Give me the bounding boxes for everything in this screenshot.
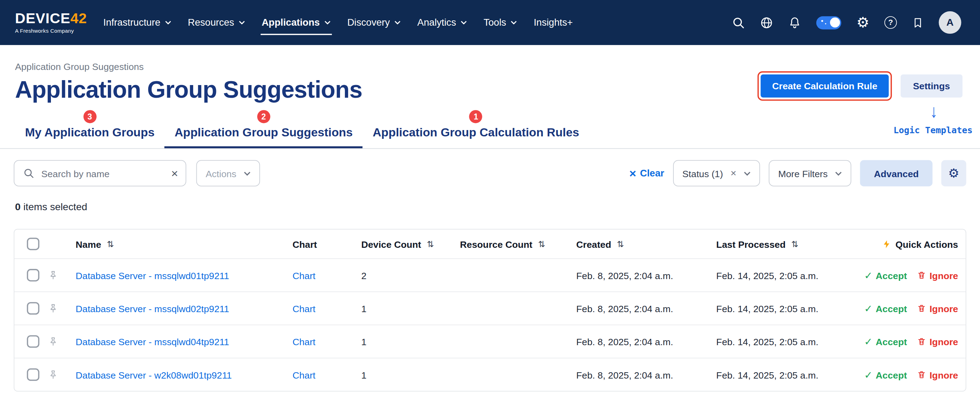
- ignore-button[interactable]: Ignore: [917, 336, 958, 347]
- nav-item-label: Insights+: [533, 17, 573, 28]
- advanced-button[interactable]: Advanced: [860, 160, 932, 186]
- device-count-value: 2: [349, 270, 447, 280]
- accept-button[interactable]: ✓Accept: [864, 302, 907, 314]
- pin-icon[interactable]: [48, 270, 58, 280]
- chevron-down-icon: [324, 21, 331, 25]
- remove-status-filter-icon[interactable]: ×: [730, 168, 737, 178]
- chevron-down-icon: [244, 171, 251, 175]
- help-button[interactable]: ?: [885, 16, 897, 29]
- avatar[interactable]: A: [939, 11, 961, 34]
- accept-label: Accept: [876, 270, 907, 280]
- chevron-down-icon: [394, 21, 401, 25]
- clear-filters-button[interactable]: × Clear: [630, 167, 664, 179]
- dark-mode-toggle[interactable]: [816, 16, 841, 29]
- column-header-quick-actions: Quick Actions: [865, 239, 966, 249]
- chart-link[interactable]: Chart: [293, 303, 315, 314]
- device42-logo[interactable]: DEVICE42 A Freshworks Company: [15, 11, 87, 34]
- ignore-button[interactable]: Ignore: [917, 370, 958, 380]
- column-header-device-count[interactable]: Device Count⇅: [349, 239, 447, 249]
- chart-link[interactable]: Chart: [293, 336, 315, 347]
- nav-items: Infrastructure Resources Applications Di…: [103, 17, 573, 28]
- help-icon: ?: [885, 16, 897, 29]
- check-icon: ✓: [864, 336, 872, 347]
- column-label: Last Processed: [716, 239, 785, 249]
- annotation-badge-2: 2: [257, 110, 270, 123]
- column-header-resource-count[interactable]: Resource Count⇅: [447, 239, 564, 249]
- header-actions: Create Calculation Rule Settings: [758, 71, 963, 101]
- select-all-checkbox[interactable]: [27, 237, 40, 250]
- column-header-chart: Chart: [280, 239, 349, 249]
- ignore-button[interactable]: Ignore: [917, 270, 958, 280]
- bookmark-button[interactable]: [912, 16, 924, 29]
- actions-dropdown[interactable]: Actions: [196, 160, 260, 186]
- tab-application-group-calculation-rules[interactable]: 1 Application Group Calculation Rules: [363, 125, 589, 148]
- create-calculation-rule-button[interactable]: Create Calculation Rule: [761, 75, 889, 98]
- tab-my-application-groups[interactable]: 3 My Application Groups: [15, 125, 165, 148]
- nav-item-resources[interactable]: Resources: [188, 17, 245, 28]
- nav-item-analytics[interactable]: Analytics: [417, 17, 467, 28]
- sort-icon: ⇅: [791, 239, 798, 249]
- device-count-value: 1: [349, 370, 447, 380]
- sort-icon: ⇅: [107, 239, 114, 249]
- nav-item-applications[interactable]: Applications: [262, 17, 331, 28]
- nav-item-infrastructure[interactable]: Infrastructure: [103, 17, 171, 28]
- search-icon: [23, 168, 34, 179]
- toggle-knob: [830, 18, 840, 27]
- tab-label: Application Group Suggestions: [175, 126, 353, 139]
- suggestion-name-link[interactable]: Database Server - w2k08wd01tp9211: [76, 370, 232, 380]
- column-header-last-processed[interactable]: Last Processed⇅: [704, 239, 865, 249]
- chart-link[interactable]: Chart: [293, 270, 315, 280]
- table-row: Database Server - w2k08wd01tp9211 Chart …: [14, 358, 966, 391]
- check-icon: ✓: [864, 269, 872, 281]
- pin-icon[interactable]: [48, 336, 58, 346]
- suggestion-name-link[interactable]: Database Server - mssqlwd01tp9211: [76, 270, 229, 280]
- suggestion-name-link[interactable]: Database Server - mssqlwd02tp9211: [76, 303, 229, 314]
- table-header-row: Name⇅ Chart Device Count⇅ Resource Count…: [14, 229, 966, 258]
- accept-button[interactable]: ✓Accept: [864, 269, 907, 281]
- pin-icon[interactable]: [48, 303, 58, 313]
- toggle-star-dot: [822, 20, 823, 21]
- tab-application-group-suggestions[interactable]: 2 Application Group Suggestions: [164, 125, 363, 148]
- row-checkbox[interactable]: [27, 335, 40, 348]
- more-filters-dropdown[interactable]: More Filters: [769, 160, 851, 186]
- trash-icon: [917, 336, 927, 346]
- check-icon: ✓: [864, 369, 872, 381]
- sort-icon: ⇅: [617, 239, 624, 249]
- settings-button[interactable]: Settings: [900, 75, 963, 98]
- trash-icon: [917, 370, 927, 379]
- column-label: Quick Actions: [895, 239, 958, 249]
- row-checkbox[interactable]: [27, 368, 40, 381]
- pin-icon[interactable]: [48, 370, 58, 379]
- nav-item-tools[interactable]: Tools: [484, 17, 517, 28]
- suggestion-name-link[interactable]: Database Server - mssqlwd04tp9211: [76, 336, 229, 347]
- notifications-button[interactable]: [788, 16, 801, 29]
- accept-button[interactable]: ✓Accept: [864, 369, 907, 381]
- ignore-label: Ignore: [929, 336, 958, 347]
- breadcrumb[interactable]: Application Group Suggestions: [15, 61, 980, 72]
- row-checkbox[interactable]: [27, 269, 40, 282]
- ignore-button[interactable]: Ignore: [917, 303, 958, 314]
- nav-utilities: ⚙ ? A: [732, 11, 961, 34]
- search-input[interactable]: [40, 167, 165, 179]
- status-filter-chip[interactable]: Status (1) ×: [673, 160, 760, 186]
- nav-item-discovery[interactable]: Discovery: [347, 17, 401, 28]
- nav-item-insights-plus[interactable]: Insights+: [533, 17, 573, 28]
- trash-icon: [917, 270, 927, 280]
- annotation-badge-1: 1: [469, 110, 482, 123]
- globe-button[interactable]: [760, 16, 773, 29]
- chart-link[interactable]: Chart: [293, 370, 315, 380]
- table-settings-button[interactable]: ⚙: [941, 160, 966, 186]
- bookmark-icon: [912, 16, 924, 29]
- logic-templates-link[interactable]: Logic Templates: [894, 125, 973, 135]
- search-button[interactable]: [732, 16, 745, 29]
- toolbar: × Actions × Clear Status (1) × More Filt…: [14, 160, 966, 186]
- column-header-name[interactable]: Name⇅: [63, 239, 280, 249]
- column-header-created[interactable]: Created⇅: [564, 239, 704, 249]
- nav-item-label: Infrastructure: [103, 17, 160, 28]
- check-icon: ✓: [864, 302, 872, 314]
- accept-button[interactable]: ✓Accept: [864, 336, 907, 347]
- table-row: Database Server - mssqlwd04tp9211 Chart …: [14, 324, 966, 357]
- settings-gear-button[interactable]: ⚙: [856, 16, 869, 30]
- search-clear-icon[interactable]: ×: [171, 167, 178, 179]
- row-checkbox[interactable]: [27, 302, 40, 315]
